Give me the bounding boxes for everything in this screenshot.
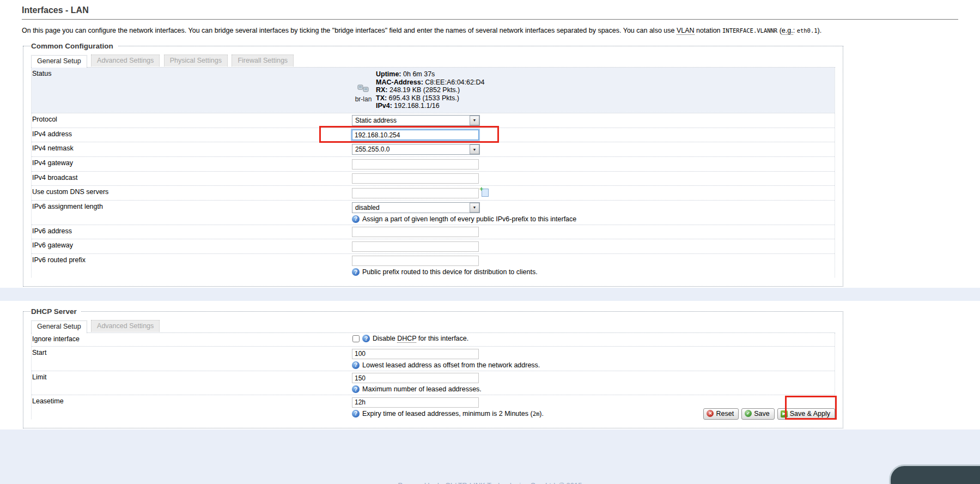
save-apply-button[interactable]: ▶ Save & Apply [777, 408, 835, 420]
common-configuration-section: Common Configuration General Setup Advan… [23, 42, 843, 287]
ipv6-assignment-select[interactable]: disabled ▼ [352, 202, 480, 213]
ignore-interface-row: Ignore interface ? Disable DHCP for this… [32, 333, 835, 346]
stat-mac: MAC-Address: C8:EE:A6:04:62:D4 [376, 78, 484, 87]
device-column: br-lan [352, 77, 375, 103]
ignore-interface-checkbox[interactable] [352, 335, 360, 342]
help-text: Lowest leased address as offset from the… [362, 361, 540, 369]
eg-abbr: e.g. [782, 27, 793, 35]
ipv6-routed-prefix-label: IPv6 routed prefix [32, 254, 352, 265]
help-icon: ? [352, 215, 360, 223]
chevron-down-icon[interactable]: ▼ [470, 144, 479, 154]
common-tab-bar: General Setup Advanced Settings Physical… [31, 55, 835, 68]
interface-stats: Uptime: 0h 6m 37s MAC-Address: C8:EE:A6:… [375, 69, 484, 111]
ipv6-assignment-label: IPv6 assignment length [32, 201, 352, 212]
custom-dns-label: Use custom DNS servers [32, 186, 352, 197]
dhcp-tab-advanced-settings[interactable]: Advanced Settings [91, 320, 160, 332]
help-icon: ? [362, 335, 370, 342]
description-text: notation [695, 27, 722, 34]
vlan-abbr: VLAN [677, 27, 695, 35]
protocol-selected-value: Static address [352, 117, 470, 124]
stat-uptime: Uptime: 0h 6m 37s [376, 70, 484, 78]
tab-advanced-settings[interactable]: Advanced Settings [91, 55, 160, 66]
dhcp-start-input[interactable] [352, 349, 479, 359]
chevron-down-icon[interactable]: ▼ [470, 203, 479, 213]
dhcp-leasetime-label: Leasetime [32, 395, 352, 407]
save-icon: ✓ [745, 410, 752, 417]
device-name: br-lan [352, 95, 375, 103]
help-icon: ? [352, 385, 360, 393]
ipv6-gateway-input[interactable] [352, 241, 479, 252]
dhcp-start-label: Start [32, 347, 352, 358]
ipv6-address-input[interactable] [352, 227, 479, 237]
tab-general-setup[interactable]: General Setup [31, 55, 87, 68]
reset-icon: ✕ [707, 410, 714, 417]
interface-vlannr-code: INTERFACE.VLANNR [722, 27, 777, 34]
ipv4-gateway-label: IPv4 gateway [32, 157, 352, 168]
save-button-label: Save [754, 410, 770, 418]
custom-dns-input[interactable] [352, 188, 479, 198]
description-text: On this page you can configure the netwo… [22, 27, 677, 34]
status-label: Status [32, 68, 352, 79]
ipv6-assignment-help: ? Assign a part of given length of every… [352, 215, 835, 223]
description-text: ( [777, 27, 782, 34]
chevron-down-icon[interactable]: ▼ [470, 116, 479, 125]
help-icon: ? [352, 268, 360, 276]
custom-dns-row: Use custom DNS servers + [32, 185, 835, 200]
protocol-select[interactable]: Static address ▼ [352, 115, 480, 126]
ignore-interface-help: Disable DHCP for this interface. [373, 335, 468, 342]
stat-tx: TX: 695.43 KB (1533 Pkts.) [376, 94, 484, 102]
ipv4-netmask-selected-value: 255.255.0.0 [352, 146, 470, 153]
common-rows: Status br-lan Uptime: 0h 6m 37s MAC-Addr… [31, 68, 835, 277]
dhcp-leasetime-input[interactable] [352, 397, 479, 408]
ipv6-routed-prefix-row: IPv6 routed prefix ? Public prefix route… [32, 253, 835, 278]
dhcp-limit-input[interactable] [352, 373, 479, 383]
ipv4-netmask-select[interactable]: 255.255.0.0 ▼ [352, 144, 480, 155]
dhcp-rows: Ignore interface ? Disable DHCP for this… [31, 333, 835, 419]
stat-rx: RX: 248.19 KB (2852 Pkts.) [376, 86, 484, 94]
ipv4-address-label: IPv4 address [32, 128, 352, 140]
form-actions: ✕ Reset ✓ Save ▶ Save & Apply [0, 407, 835, 420]
save-apply-button-label: Save & Apply [790, 410, 830, 418]
ipv6-routed-prefix-input[interactable] [352, 256, 479, 266]
ipv4-netmask-row: IPv4 netmask 255.255.0.0 ▼ [32, 142, 835, 156]
ipv4-gateway-input[interactable] [352, 159, 479, 170]
protocol-label: Protocol [32, 113, 352, 125]
dhcp-limit-row: Limit ? Maximum number of leased address… [32, 371, 835, 395]
ipv4-netmask-label: IPv4 netmask [32, 142, 352, 154]
ipv6-assignment-row: IPv6 assignment length disabled ▼ ? Assi… [32, 200, 835, 225]
ipv6-assignment-selected-value: disabled [352, 204, 470, 211]
reset-button[interactable]: ✕ Reset [703, 408, 739, 420]
ipv6-address-label: IPv6 address [32, 225, 352, 237]
dhcp-limit-help: ? Maximum number of leased addresses. [352, 385, 835, 393]
ipv4-broadcast-input[interactable] [352, 173, 479, 184]
status-row: Status br-lan Uptime: 0h 6m 37s MAC-Addr… [32, 68, 835, 113]
page-description: On this page you can configure the netwo… [22, 26, 839, 35]
title-divider [22, 19, 958, 20]
section-gap [0, 288, 980, 301]
footer-text: Powered by LuCI / TP-LINK Technologies C… [398, 481, 582, 484]
tab-physical-settings[interactable]: Physical Settings [164, 55, 228, 66]
tab-firewall-settings[interactable]: Firewall Settings [232, 55, 294, 66]
help-icon: ? [352, 361, 360, 369]
ipv6-gateway-label: IPv6 gateway [32, 239, 352, 251]
help-text: Maximum number of leased addresses. [362, 385, 482, 393]
top-section: Interfaces - LAN On this page you can co… [0, 0, 980, 288]
dhcp-server-legend: DHCP Server [31, 307, 81, 316]
dhcp-tab-bar: General Setup Advanced Settings [31, 320, 835, 333]
add-entry-icon[interactable]: + [482, 189, 489, 197]
ignore-interface-label: Ignore interface [32, 333, 352, 344]
ipv4-address-row: IPv4 address [32, 128, 835, 142]
dhcp-start-row: Start ? Lowest leased address as offset … [32, 346, 835, 371]
help-text: Public prefix routed to this device for … [362, 268, 538, 276]
save-button[interactable]: ✓ Save [741, 408, 775, 420]
stat-ipv4: IPv4: 192.168.1.1/16 [376, 102, 484, 110]
dhcp-tab-general-setup[interactable]: General Setup [31, 320, 87, 333]
dhcp-abbr: DHCP [397, 335, 416, 343]
ipv6-routed-prefix-help: ? Public prefix routed to this device fo… [352, 268, 835, 276]
ipv4-gateway-row: IPv4 gateway [32, 156, 835, 171]
description-text: : [793, 27, 797, 34]
bridge-icon [357, 85, 369, 94]
description-text: ). [818, 27, 822, 34]
dhcp-start-help: ? Lowest leased address as offset from t… [352, 361, 835, 369]
ipv4-address-input[interactable] [352, 130, 479, 140]
